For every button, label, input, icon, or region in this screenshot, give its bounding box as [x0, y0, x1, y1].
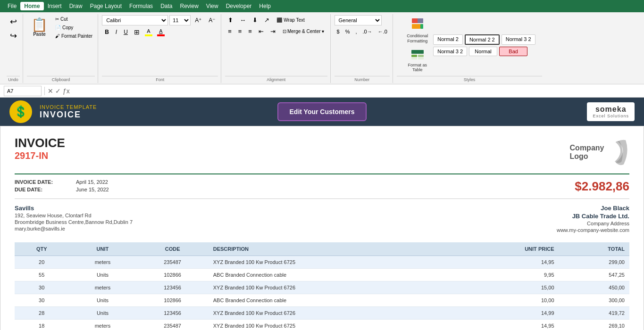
due-date-label: DUE DATE:	[15, 187, 67, 192]
redo-button[interactable]: ↪	[7, 29, 20, 42]
font-group-label: Font	[102, 76, 218, 82]
decrease-font-button[interactable]: A⁻	[206, 16, 218, 25]
normal22-style[interactable]: Normal 2 2	[465, 34, 500, 45]
increase-indent-button[interactable]: ⇥	[268, 26, 278, 36]
confirm-formula-icon[interactable]: ✓	[55, 87, 61, 95]
menu-insert[interactable]: Insert	[44, 2, 66, 10]
align-top-button[interactable]: ⬆	[225, 15, 236, 25]
menu-developer[interactable]: Developer	[222, 2, 256, 10]
wrap-text-button[interactable]: ⬛ Wrap Text	[273, 16, 308, 25]
company-logo-placeholder: CompanyLogo	[544, 136, 629, 169]
cell-qty: 28	[15, 307, 68, 320]
menu-formulas[interactable]: Formulas	[125, 2, 157, 10]
comma-button[interactable]: ,	[353, 27, 359, 36]
underline-button[interactable]: U	[121, 27, 131, 37]
normal2-style[interactable]: Normal 2	[433, 34, 463, 45]
col-code: CODE	[136, 242, 208, 256]
cell-qty: 30	[15, 294, 68, 307]
table-row: 28 Units 123456 XYZ Branded 100 Kw Produ…	[15, 307, 629, 320]
font-group-inner: Calibri Arial Times New Roman 8910 11121…	[102, 15, 218, 37]
align-bottom-button[interactable]: ⬇	[250, 15, 260, 25]
to-name: Joe Black	[557, 205, 629, 212]
bad-style[interactable]: Bad	[499, 47, 527, 56]
addresses-row: Savills 192, Seaview House, Clontarf Rd …	[15, 198, 629, 233]
align-left-button[interactable]: ≡	[225, 26, 234, 36]
invoice-big-title: INVOICE	[15, 136, 65, 150]
normal-style[interactable]: Normal	[469, 47, 497, 56]
to-address: Joe Black JB Cable Trade Ltd. Company Ad…	[557, 205, 629, 233]
cell-description: ABC Branded Connection cable	[209, 294, 455, 307]
increase-font-button[interactable]: A⁺	[192, 16, 204, 25]
cell-total: 269,10	[559, 320, 629, 330]
cut-button[interactable]: ✂ Cut	[53, 15, 95, 23]
cancel-formula-icon[interactable]: ✕	[48, 87, 53, 95]
percent-button[interactable]: %	[343, 27, 352, 36]
cell-total: 419,72	[559, 307, 629, 320]
table-row: 30 Units 102866 ABC Branded Connection c…	[15, 294, 629, 307]
logo-swoosh	[606, 138, 629, 166]
formula-input[interactable]	[73, 86, 640, 96]
table-row: 30 meters 123456 XYZ Branded 100 Kw Prod…	[15, 281, 629, 294]
merge-dropdown-icon: ▾	[322, 29, 324, 34]
font-color-button[interactable]: A	[155, 27, 167, 37]
col-qty: QTY	[15, 242, 68, 256]
format-painter-button[interactable]: 🖌 Format Painter	[53, 32, 95, 40]
normal3-style[interactable]: Normal 3 2	[502, 34, 535, 45]
orient-button[interactable]: ↗	[261, 15, 272, 25]
bold-button[interactable]: B	[102, 27, 112, 37]
format-table-button[interactable]: Format asTable	[403, 47, 431, 75]
accounting-button[interactable]: $	[335, 27, 342, 36]
menu-page-layout[interactable]: Page Layout	[86, 2, 125, 10]
decrease-decimal-button[interactable]: .0→	[360, 27, 375, 36]
conditional-formatting-button[interactable]: ConditionalFormatting	[403, 15, 431, 46]
cell-code: 123456	[136, 307, 208, 320]
menu-home[interactable]: Home	[20, 2, 43, 10]
cell-qty: 18	[15, 320, 68, 330]
fill-color-button[interactable]: A	[143, 27, 154, 37]
align-right-button[interactable]: ≡	[245, 26, 255, 36]
undo-button[interactable]: ↩	[7, 15, 20, 28]
italic-button[interactable]: I	[113, 27, 120, 37]
menu-view[interactable]: View	[202, 2, 222, 10]
menu-help[interactable]: Help	[255, 2, 275, 10]
menu-file[interactable]: File	[4, 2, 20, 10]
normal32-style[interactable]: Normal 3 2	[433, 47, 467, 56]
cell-reference-box[interactable]	[4, 86, 42, 96]
conditional-formatting-icon	[411, 17, 424, 33]
copy-button[interactable]: 📄 Copy	[53, 24, 95, 32]
cell-description: ABC Branded Connection cable	[209, 269, 455, 281]
someka-logo: someka Excel Solutions	[587, 102, 635, 121]
cell-unit: meters	[68, 256, 136, 269]
edit-customers-button[interactable]: Edit Your Customers	[277, 102, 367, 121]
paste-label: Paste	[33, 32, 46, 37]
align-middle-button[interactable]: ↔	[237, 15, 249, 25]
insert-function-icon[interactable]: ƒx	[63, 87, 70, 95]
invoice-table: QTY UNIT CODE DESCRIPTION UNIT PRICE TOT…	[15, 242, 629, 330]
format-painter-icon: 🖌	[55, 33, 60, 39]
cell-unit-price: 10,00	[454, 294, 559, 307]
from-email: mary.burke@savills.ie	[15, 226, 133, 231]
increase-decimal-button[interactable]: ←.0	[376, 27, 390, 36]
align-row-2: ≡ ≡ ≡ ⇤ ⇥ ⊡ Merge & Center ▾	[225, 26, 327, 36]
wrap-icon: ⬛	[276, 17, 282, 23]
from-address: Savills 192, Seaview House, Clontarf Rd …	[15, 205, 133, 233]
align-center-button[interactable]: ≡	[235, 26, 245, 36]
svg-rect-7	[411, 58, 417, 59]
font-color-icon: A	[159, 28, 162, 34]
ribbon: ↩ ↪ Undo 📋 Paste ✂ Cut 📄 Copy 🖌	[0, 12, 644, 84]
decrease-indent-button[interactable]: ⇤	[256, 26, 267, 36]
format-painter-label: Format Painter	[61, 33, 92, 39]
cell-code: 123456	[136, 281, 208, 294]
border-button[interactable]: ⊞	[132, 27, 142, 37]
menu-review[interactable]: Review	[176, 2, 202, 10]
menu-data[interactable]: Data	[157, 2, 176, 10]
formula-divider	[44, 87, 45, 95]
font-size-select[interactable]: 8910 11121416	[169, 15, 191, 25]
svg-rect-5	[411, 55, 417, 57]
styles-group: ConditionalFormatting Format asTable	[394, 14, 545, 83]
menu-draw[interactable]: Draw	[66, 2, 86, 10]
merge-center-button[interactable]: ⊡ Merge & Center ▾	[279, 27, 327, 36]
number-format-select[interactable]: General Number Currency Percentage	[335, 15, 382, 25]
paste-button[interactable]: 📋 Paste	[27, 15, 52, 40]
font-family-select[interactable]: Calibri Arial Times New Roman	[102, 15, 168, 25]
